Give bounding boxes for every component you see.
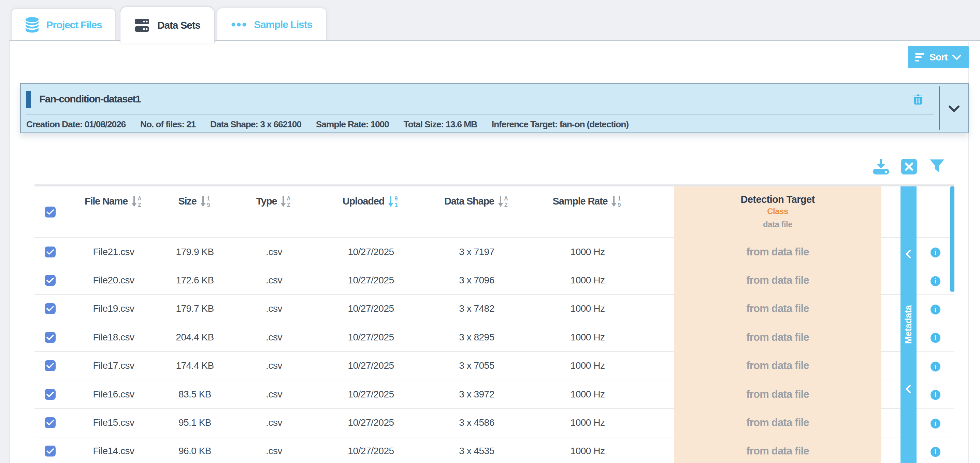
cell-size: 172.6 KB — [161, 266, 228, 294]
svg-text:A: A — [504, 196, 508, 201]
info-icon[interactable]: i — [931, 305, 940, 315]
row-checkbox[interactable] — [45, 389, 56, 400]
cell-sample-rate: 1000 Hz — [531, 266, 644, 294]
table-row: File17.csv 174.4 KB .csv 10/27/2025 3 x … — [35, 352, 954, 380]
row-checkbox[interactable] — [45, 332, 56, 343]
cell-type: .csv — [228, 323, 320, 351]
chevron-left-icon[interactable] — [904, 250, 912, 259]
dataset-vertical-divider — [939, 86, 940, 130]
cell-type: .csv — [228, 238, 320, 266]
svg-text:A: A — [287, 196, 291, 201]
cell-uploaded: 10/27/2025 — [320, 266, 422, 294]
select-all-checkbox[interactable] — [45, 207, 56, 217]
column-header-file-name[interactable]: File Name A Z — [66, 187, 161, 238]
dataset-title: Fan-condition-dataset1 — [39, 93, 141, 105]
info-icon[interactable]: i — [931, 390, 940, 400]
svg-text:1: 1 — [207, 196, 210, 201]
column-header-data-shape[interactable]: Data Shape A Z — [422, 187, 531, 238]
svg-text:9: 9 — [618, 202, 621, 208]
chevron-down-icon[interactable] — [948, 105, 959, 112]
svg-text:9: 9 — [207, 202, 210, 208]
svg-text:Z: Z — [287, 202, 290, 208]
metadata-rail-label: Metadata — [903, 305, 914, 344]
info-icon[interactable]: i — [931, 276, 940, 286]
table-row: File20.csv 172.6 KB .csv 10/27/2025 3 x … — [35, 266, 954, 294]
cell-file-name: File19.csv — [66, 295, 161, 323]
database-icon — [25, 17, 39, 33]
dataset-meta-item: Data Shape: 3 x 662100 — [210, 119, 301, 130]
tab-data-sets-label: Data Sets — [157, 19, 200, 31]
detection-data-file-label: data file — [674, 219, 881, 230]
sort-alpha-asc-icon: A Z — [280, 195, 292, 208]
cell-file-name: File15.csv — [66, 409, 161, 437]
info-icon[interactable]: i — [931, 333, 940, 343]
cell-uploaded: 10/27/2025 — [320, 238, 422, 266]
tab-data-sets[interactable]: Data Sets — [120, 6, 215, 43]
cell-detection-target: from data file — [674, 437, 881, 463]
tab-sample-lists[interactable]: Sample Lists — [217, 8, 327, 41]
table-row: File15.csv 95.1 KB .csv 10/27/2025 3 x 4… — [35, 409, 954, 437]
filter-icon[interactable] — [929, 159, 945, 175]
row-checkbox[interactable] — [45, 360, 56, 371]
clear-selection-icon[interactable] — [901, 159, 917, 174]
dataset-meta-item: Total Size: 13.6 MB — [404, 119, 477, 130]
info-icon[interactable]: i — [931, 247, 940, 257]
download-icon[interactable] — [873, 158, 889, 175]
info-icon[interactable]: i — [931, 362, 940, 372]
cell-type: .csv — [228, 380, 320, 409]
cell-data-shape: 3 x 7096 — [422, 266, 531, 294]
sort-numeric-desc-icon-active: 9 1 — [388, 195, 399, 208]
column-header-detection-target[interactable]: Detection Target Class data file — [674, 187, 881, 238]
tab-project-files-label: Project Files — [46, 19, 102, 31]
column-header-sample-rate[interactable]: Sample Rate 1 9 — [531, 187, 644, 238]
cell-sample-rate: 1000 Hz — [531, 380, 644, 409]
column-header-uploaded[interactable]: Uploaded 9 1 — [320, 187, 422, 238]
cell-uploaded: 10/27/2025 — [320, 409, 422, 437]
chevron-left-icon[interactable] — [904, 385, 912, 393]
trash-icon[interactable] — [913, 94, 923, 105]
table-header-row: File Name A Z Size — [35, 187, 954, 238]
dataset-title-divider — [26, 114, 934, 114]
cell-data-shape: 3 x 4586 — [422, 409, 531, 437]
cell-detection-target: from data file — [674, 238, 881, 266]
tab-project-files[interactable]: Project Files — [11, 8, 116, 41]
sort-numeric-asc-icon: 1 9 — [611, 195, 622, 208]
cell-data-shape: 3 x 7482 — [422, 295, 531, 323]
vertical-scrollbar-thumb[interactable] — [950, 187, 955, 292]
dataset-meta-item: No. of files: 21 — [140, 119, 196, 130]
row-checkbox[interactable] — [45, 445, 56, 457]
cell-sample-rate: 1000 Hz — [531, 409, 644, 437]
server-icon — [134, 18, 150, 32]
cell-file-name: File17.csv — [66, 352, 161, 380]
cell-size: 204.4 KB — [161, 323, 228, 351]
table-row: File19.csv 179.7 KB .csv 10/27/2025 3 x … — [35, 295, 954, 323]
info-icon[interactable]: i — [931, 447, 940, 457]
row-checkbox[interactable] — [45, 417, 56, 428]
column-header-type[interactable]: Type A Z — [228, 187, 320, 238]
cell-type: .csv — [228, 352, 320, 380]
cell-uploaded: 10/27/2025 — [320, 380, 422, 409]
row-checkbox[interactable] — [45, 246, 56, 257]
cell-type: .csv — [228, 409, 320, 437]
row-checkbox[interactable] — [45, 303, 56, 314]
cell-size: 96.0 KB — [161, 437, 228, 463]
cell-type: .csv — [228, 437, 320, 463]
cell-sample-rate: 1000 Hz — [531, 352, 644, 380]
dataset-meta-row: Creation Date: 01/08/2026 No. of files: … — [26, 119, 628, 130]
cell-sample-rate: 1000 Hz — [531, 238, 644, 266]
row-checkbox[interactable] — [45, 275, 56, 286]
info-icon[interactable]: i — [931, 418, 940, 428]
cell-sample-rate: 1000 Hz — [531, 323, 644, 351]
column-header-size[interactable]: Size 1 9 — [161, 187, 228, 238]
table-row: File16.csv 83.5 KB .csv 10/27/2025 3 x 3… — [35, 380, 954, 409]
metadata-rail[interactable]: Metadata — [900, 187, 916, 463]
dataset-accent-bar — [26, 91, 31, 108]
svg-text:1: 1 — [395, 202, 398, 208]
sort-button[interactable]: Sort — [908, 46, 969, 68]
cell-sample-rate: 1000 Hz — [531, 295, 644, 323]
cell-size: 95.1 KB — [161, 409, 228, 437]
cell-data-shape: 3 x 4535 — [422, 437, 531, 463]
cell-sample-rate: 1000 Hz — [531, 437, 644, 463]
card-left-border — [9, 40, 10, 463]
cell-detection-target: from data file — [674, 266, 881, 294]
